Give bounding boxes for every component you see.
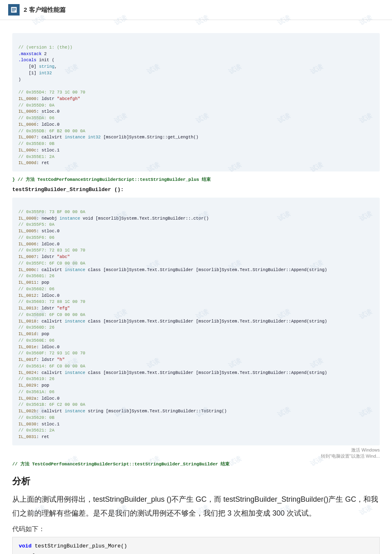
win-activate: 激活 Windows 转到"电脑设置"以激活 Wind...	[12, 447, 380, 459]
end-comment-1: } // 方法 TestCodPerfomanceStringBuilderSc…	[12, 176, 380, 182]
code-block-3: void testStringBuilder_plus_More() { str…	[12, 537, 380, 554]
page-title: 2 客户端性能篇	[24, 6, 66, 14]
main-content: // (version 1: (the)) .maxstack 2 .local…	[0, 20, 392, 554]
method-header-2: testStringBuilder_StringBuilder ():	[12, 187, 380, 193]
analysis-paragraph: 从上面的测试用例得出，testStringBuilder_plus ()不产生 …	[12, 492, 380, 520]
code-block-2: // 0x355F0: 73 BF 00 00 0A IL_0000: newo…	[12, 198, 380, 445]
svg-rect-1	[12, 8, 16, 9]
page-header: 2 客户端性能篇	[0, 0, 392, 20]
code-block-1: // (version 1: (the)) .maxstack 2 .local…	[12, 33, 380, 171]
keyword-void: void	[19, 543, 31, 549]
section-title-analysis: 分析	[12, 475, 380, 487]
book-icon	[10, 6, 18, 13]
code-label: 代码如下：	[12, 525, 380, 534]
svg-rect-3	[12, 11, 15, 11]
end-comment-2: // 方法 TestCodPerfomanceStringBuilderScri…	[12, 461, 380, 467]
svg-rect-2	[12, 9, 16, 10]
header-icon	[8, 4, 20, 16]
